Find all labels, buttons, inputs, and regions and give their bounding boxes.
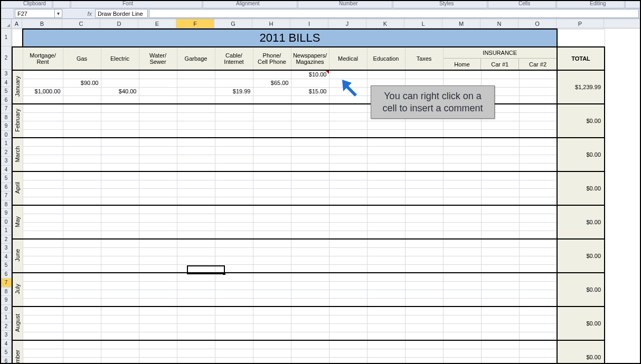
cell[interactable] bbox=[443, 281, 481, 290]
cell[interactable] bbox=[253, 306, 291, 315]
cell[interactable] bbox=[405, 332, 443, 340]
cell[interactable] bbox=[291, 79, 329, 87]
cell[interactable] bbox=[101, 171, 139, 180]
cell[interactable] bbox=[23, 306, 63, 315]
cell[interactable] bbox=[519, 357, 557, 363]
cell[interactable] bbox=[329, 121, 367, 129]
cell[interactable] bbox=[291, 281, 329, 290]
cell[interactable] bbox=[215, 222, 253, 231]
cell[interactable] bbox=[329, 332, 367, 340]
cell[interactable] bbox=[329, 197, 367, 205]
cell[interactable] bbox=[519, 205, 557, 214]
cell[interactable] bbox=[101, 306, 139, 315]
cell[interactable] bbox=[367, 264, 405, 273]
cell[interactable] bbox=[291, 188, 329, 197]
cell[interactable] bbox=[367, 231, 405, 239]
cell[interactable] bbox=[367, 70, 405, 79]
row-header[interactable]: 0 bbox=[1, 218, 12, 227]
cell[interactable] bbox=[519, 256, 557, 264]
cell[interactable] bbox=[215, 332, 253, 340]
cell[interactable]: $15.00 bbox=[291, 87, 329, 95]
cell[interactable] bbox=[177, 180, 215, 188]
cell[interactable] bbox=[139, 205, 177, 214]
cell[interactable] bbox=[481, 264, 519, 273]
cell[interactable] bbox=[253, 171, 291, 180]
cell[interactable] bbox=[253, 290, 291, 298]
cell[interactable] bbox=[139, 138, 177, 146]
cell[interactable] bbox=[101, 129, 139, 138]
cell[interactable] bbox=[177, 188, 215, 197]
row-header[interactable]: 5 bbox=[1, 348, 12, 357]
col-header-O[interactable]: O bbox=[519, 19, 557, 28]
cell[interactable] bbox=[443, 273, 481, 281]
cell[interactable] bbox=[215, 214, 253, 222]
cell[interactable] bbox=[253, 155, 291, 163]
cell[interactable] bbox=[481, 231, 519, 239]
cell[interactable] bbox=[443, 239, 481, 247]
cell[interactable]: $90.00 bbox=[63, 79, 101, 87]
cell[interactable] bbox=[253, 264, 291, 273]
cell[interactable] bbox=[63, 357, 101, 363]
cell[interactable] bbox=[519, 222, 557, 231]
cell[interactable] bbox=[139, 112, 177, 121]
row-header[interactable]: 3 bbox=[1, 157, 12, 166]
cell[interactable] bbox=[23, 180, 63, 188]
cell[interactable] bbox=[367, 357, 405, 363]
cell[interactable] bbox=[519, 112, 557, 121]
cell[interactable] bbox=[367, 129, 405, 138]
cell[interactable] bbox=[63, 112, 101, 121]
cell[interactable] bbox=[443, 138, 481, 146]
cell[interactable] bbox=[139, 298, 177, 306]
cell[interactable] bbox=[215, 163, 253, 171]
cell[interactable] bbox=[215, 112, 253, 121]
cell[interactable] bbox=[519, 349, 557, 357]
cell[interactable] bbox=[63, 256, 101, 264]
cell[interactable]: $1,000.00 bbox=[23, 87, 63, 95]
cell[interactable] bbox=[139, 281, 177, 290]
cell[interactable] bbox=[63, 290, 101, 298]
cell[interactable] bbox=[329, 112, 367, 121]
cell[interactable] bbox=[405, 340, 443, 349]
cell[interactable] bbox=[215, 138, 253, 146]
cell[interactable] bbox=[443, 323, 481, 332]
cell[interactable] bbox=[481, 340, 519, 349]
cell[interactable] bbox=[329, 222, 367, 231]
cell[interactable]: $10.00 bbox=[291, 70, 329, 79]
row-header[interactable]: 0 bbox=[1, 305, 12, 314]
cell[interactable] bbox=[519, 340, 557, 349]
name-box-dropdown[interactable]: ▾ bbox=[54, 9, 62, 17]
cell[interactable] bbox=[63, 95, 101, 104]
cell[interactable] bbox=[443, 70, 481, 79]
cell[interactable] bbox=[101, 349, 139, 357]
row-header[interactable]: 6 bbox=[1, 357, 12, 363]
cell[interactable] bbox=[63, 315, 101, 323]
cell[interactable] bbox=[291, 214, 329, 222]
cell[interactable] bbox=[215, 323, 253, 332]
cell[interactable] bbox=[63, 264, 101, 273]
cell[interactable] bbox=[139, 349, 177, 357]
row-header[interactable]: 6 bbox=[1, 183, 12, 192]
cell[interactable] bbox=[291, 129, 329, 138]
col-header-L[interactable]: L bbox=[404, 19, 442, 28]
cell[interactable] bbox=[177, 205, 215, 214]
cell[interactable] bbox=[519, 247, 557, 256]
cell[interactable] bbox=[177, 298, 215, 306]
cells-area[interactable]: 2011 BILLS Mortgage/ Rent Gas Electric W… bbox=[12, 28, 640, 363]
cell[interactable] bbox=[329, 129, 367, 138]
cell[interactable] bbox=[215, 95, 253, 104]
cell[interactable] bbox=[329, 239, 367, 247]
cell[interactable] bbox=[177, 256, 215, 264]
cell[interactable] bbox=[405, 323, 443, 332]
cell[interactable] bbox=[177, 349, 215, 357]
cell[interactable] bbox=[139, 197, 177, 205]
cell[interactable] bbox=[367, 180, 405, 188]
cell[interactable] bbox=[23, 112, 63, 121]
cell[interactable] bbox=[253, 205, 291, 214]
cell[interactable] bbox=[63, 298, 101, 306]
cell[interactable] bbox=[481, 70, 519, 79]
cell[interactable] bbox=[481, 315, 519, 323]
cell[interactable] bbox=[329, 163, 367, 171]
cell[interactable] bbox=[481, 332, 519, 340]
cell[interactable] bbox=[405, 281, 443, 290]
cell[interactable] bbox=[253, 231, 291, 239]
